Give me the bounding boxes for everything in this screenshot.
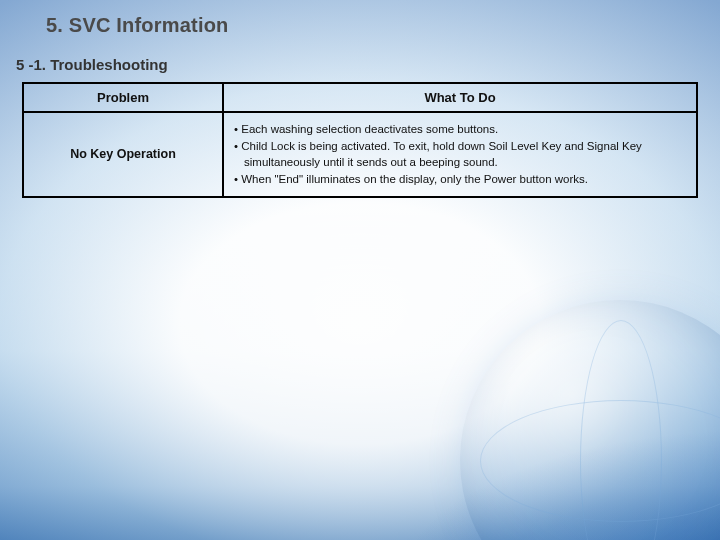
- header-action: What To Do: [223, 83, 697, 112]
- action-bullet-text: Child Lock is being activated. To exit, …: [241, 140, 642, 169]
- cell-problem: No Key Operation: [23, 112, 223, 197]
- action-bullet: • Each washing selection deactivates som…: [234, 121, 686, 138]
- decorative-globe: [460, 300, 720, 540]
- action-bullet: • When "End" illuminates on the display,…: [234, 171, 686, 188]
- page-title: 5. SVC Information: [46, 14, 229, 37]
- slide-background: 5. SVC Information 5 -1. Troubleshooting…: [0, 0, 720, 540]
- section-heading: 5 -1. Troubleshooting: [16, 56, 168, 73]
- action-bullet-text: Each washing selection deactivates some …: [241, 123, 498, 135]
- cell-action: • Each washing selection deactivates som…: [223, 112, 697, 197]
- troubleshooting-table: Problem What To Do No Key Operation • Ea…: [22, 82, 698, 198]
- header-problem: Problem: [23, 83, 223, 112]
- action-bullet-text: When "End" illuminates on the display, o…: [241, 173, 588, 185]
- table-row: No Key Operation • Each washing selectio…: [23, 112, 697, 197]
- table-header-row: Problem What To Do: [23, 83, 697, 112]
- action-bullet: • Child Lock is being activated. To exit…: [234, 138, 686, 171]
